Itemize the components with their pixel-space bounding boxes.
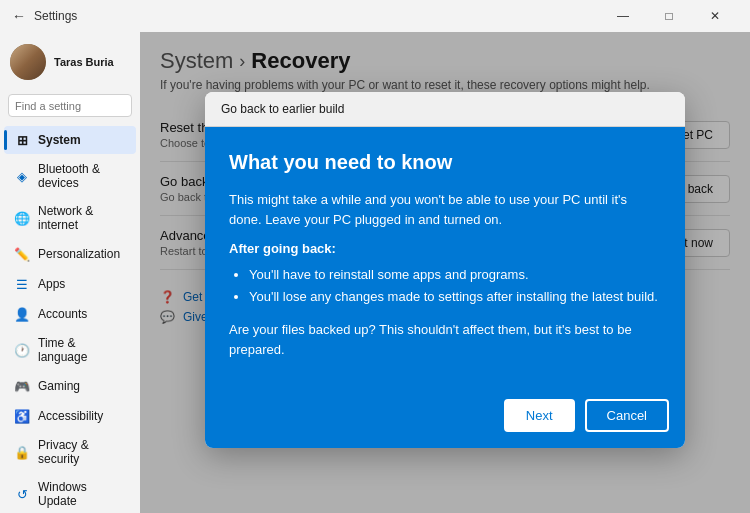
- back-icon[interactable]: ←: [12, 8, 26, 24]
- search-box[interactable]: 🔍: [8, 94, 132, 117]
- next-button[interactable]: Next: [504, 399, 575, 432]
- dialog-container: Go back to earlier build What you need t…: [205, 92, 685, 448]
- sidebar-label-gaming: Gaming: [38, 379, 80, 393]
- apps-icon: ☰: [14, 276, 30, 292]
- sidebar-item-time[interactable]: 🕐 Time & language: [4, 330, 136, 370]
- titlebar: ← Settings — □ ✕: [0, 0, 750, 32]
- dialog-actions: Next Cancel: [205, 383, 685, 448]
- sidebar: Taras Buria 🔍 ⊞ System ◈ Bluetooth & dev…: [0, 32, 140, 513]
- titlebar-left: ← Settings: [12, 8, 77, 24]
- user-name: Taras Buria: [54, 56, 114, 68]
- sidebar-item-personalization[interactable]: ✏️ Personalization: [4, 240, 136, 268]
- search-input[interactable]: [15, 100, 140, 112]
- sidebar-label-apps: Apps: [38, 277, 65, 291]
- dialog-header: Go back to earlier build: [205, 92, 685, 127]
- avatar-image: [10, 44, 46, 80]
- system-icon: ⊞: [14, 132, 30, 148]
- close-button[interactable]: ✕: [692, 0, 738, 32]
- sidebar-label-bluetooth: Bluetooth & devices: [38, 162, 126, 190]
- update-icon: ↺: [14, 486, 30, 502]
- dialog-body: What you need to know This might take a …: [205, 127, 685, 383]
- dialog-footer-text: Are your files backed up? This shouldn't…: [229, 320, 661, 359]
- sidebar-label-privacy: Privacy & security: [38, 438, 126, 466]
- dialog-bullet-1: You'll have to reinstall some apps and p…: [249, 264, 661, 286]
- sidebar-item-network[interactable]: 🌐 Network & internet: [4, 198, 136, 238]
- sidebar-item-system[interactable]: ⊞ System: [4, 126, 136, 154]
- sidebar-label-time: Time & language: [38, 336, 126, 364]
- sidebar-label-system: System: [38, 133, 81, 147]
- sidebar-label-update: Windows Update: [38, 480, 126, 508]
- dialog-title: What you need to know: [229, 151, 661, 174]
- bluetooth-icon: ◈: [14, 168, 30, 184]
- maximize-button[interactable]: □: [646, 0, 692, 32]
- sidebar-label-accounts: Accounts: [38, 307, 87, 321]
- sidebar-item-bluetooth[interactable]: ◈ Bluetooth & devices: [4, 156, 136, 196]
- sidebar-item-update[interactable]: ↺ Windows Update: [4, 474, 136, 513]
- network-icon: 🌐: [14, 210, 30, 226]
- dialog-text-1: This might take a while and you won't be…: [229, 190, 661, 229]
- titlebar-controls: — □ ✕: [600, 0, 738, 32]
- main-content: System › Recovery If you're having probl…: [140, 32, 750, 513]
- personalization-icon: ✏️: [14, 246, 30, 262]
- avatar: [10, 44, 46, 80]
- sidebar-item-accounts[interactable]: 👤 Accounts: [4, 300, 136, 328]
- sidebar-item-accessibility[interactable]: ♿ Accessibility: [4, 402, 136, 430]
- sidebar-label-network: Network & internet: [38, 204, 126, 232]
- dialog-subheading: After going back:: [229, 241, 661, 256]
- minimize-button[interactable]: —: [600, 0, 646, 32]
- privacy-icon: 🔒: [14, 444, 30, 460]
- sidebar-item-gaming[interactable]: 🎮 Gaming: [4, 372, 136, 400]
- user-profile[interactable]: Taras Buria: [0, 32, 140, 90]
- dialog-header-title: Go back to earlier build: [221, 102, 344, 116]
- app-title: Settings: [34, 9, 77, 23]
- cancel-button[interactable]: Cancel: [585, 399, 669, 432]
- dialog-list: You'll have to reinstall some apps and p…: [229, 264, 661, 308]
- accounts-icon: 👤: [14, 306, 30, 322]
- dialog-overlay: Go back to earlier build What you need t…: [140, 32, 750, 513]
- app-body: Taras Buria 🔍 ⊞ System ◈ Bluetooth & dev…: [0, 32, 750, 513]
- gaming-icon: 🎮: [14, 378, 30, 394]
- sidebar-label-personalization: Personalization: [38, 247, 120, 261]
- sidebar-item-privacy[interactable]: 🔒 Privacy & security: [4, 432, 136, 472]
- sidebar-item-apps[interactable]: ☰ Apps: [4, 270, 136, 298]
- sidebar-label-accessibility: Accessibility: [38, 409, 103, 423]
- dialog-bullet-2: You'll lose any changes made to settings…: [249, 286, 661, 308]
- accessibility-icon: ♿: [14, 408, 30, 424]
- time-icon: 🕐: [14, 342, 30, 358]
